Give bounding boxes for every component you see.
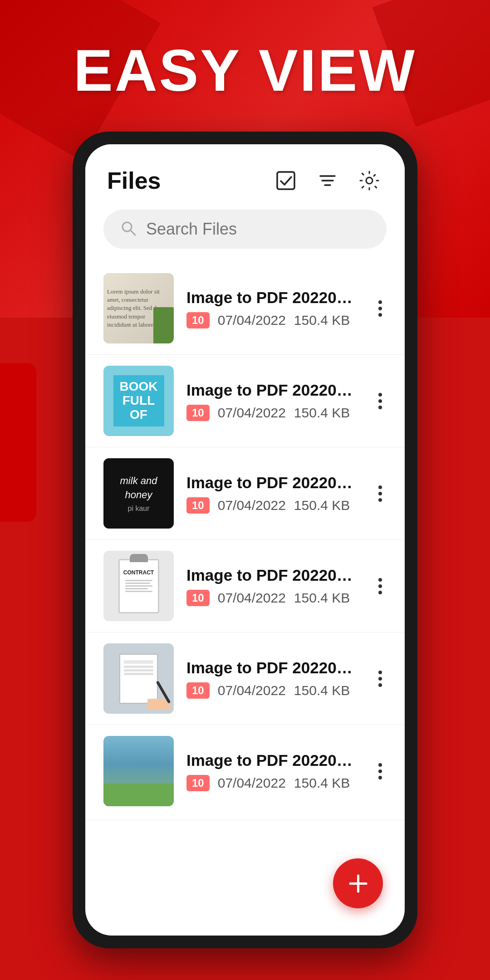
app-title: Files <box>107 167 272 194</box>
list-item[interactable]: Image to PDF 20220526 10... 10 07/04/202… <box>85 632 405 725</box>
more-dot <box>378 671 382 674</box>
list-item[interactable]: Image to PDF 20220526 10... 10 07/04/202… <box>85 725 405 820</box>
file-thumbnail: milk andhoney pi kaur <box>103 458 174 529</box>
more-dot <box>378 591 382 594</box>
file-size: 150.4 KB <box>294 683 350 698</box>
more-options-button[interactable] <box>374 296 387 321</box>
svg-rect-0 <box>277 172 294 189</box>
more-dot <box>378 776 382 779</box>
list-item[interactable]: CONTRACT Image to PDF 20220526 10 <box>85 540 405 632</box>
file-size: 150.4 KB <box>294 775 350 791</box>
more-options-button[interactable] <box>374 481 387 506</box>
more-options-button[interactable] <box>374 759 387 784</box>
settings-button[interactable] <box>356 167 383 194</box>
file-meta: 10 07/04/2022 150.4 KB <box>186 682 361 699</box>
more-dot <box>378 399 382 403</box>
file-info: Image to PDF 20220526 10... 10 07/04/202… <box>186 751 361 791</box>
file-size: 150.4 KB <box>294 313 350 328</box>
more-dot <box>378 498 382 502</box>
file-meta: 10 07/04/2022 150.4 KB <box>186 497 361 514</box>
file-info: Image to PDF 20220526 10... 10 07/04/202… <box>186 289 361 328</box>
file-name: Image to PDF 20220526 10... <box>186 751 361 769</box>
add-file-button[interactable] <box>333 858 383 908</box>
more-options-button[interactable] <box>374 388 387 414</box>
file-name: Image to PDF 20220526 10... <box>186 474 361 492</box>
file-info: Image to PDF 20220526 10... 10 07/04/202… <box>186 381 361 421</box>
more-dot <box>378 584 382 588</box>
file-meta: 10 07/04/2022 150.4 KB <box>186 405 361 421</box>
filter-button[interactable] <box>314 167 341 194</box>
more-dot <box>378 683 382 687</box>
file-size: 150.4 KB <box>294 590 350 606</box>
file-date: 07/04/2022 <box>218 498 286 513</box>
file-thumbnail <box>103 643 174 714</box>
file-meta: 10 07/04/2022 150.4 KB <box>186 775 361 791</box>
gear-icon <box>358 170 380 191</box>
page-count-badge: 10 <box>186 312 210 328</box>
file-thumbnail <box>103 736 174 806</box>
file-date: 07/04/2022 <box>218 590 286 606</box>
more-dot <box>378 393 382 397</box>
file-name: Image to PDF 20220526 10... <box>186 289 361 307</box>
checkbox-icon <box>275 170 297 191</box>
more-dot <box>378 307 382 310</box>
more-dot <box>378 313 382 317</box>
page-count-badge: 10 <box>186 405 210 421</box>
app-header: Files <box>85 144 405 205</box>
page-count-badge: 10 <box>186 590 210 606</box>
file-name: Image to PDF 20220526 10... <box>186 566 361 584</box>
file-thumbnail: BOOKFULLOF <box>103 366 174 436</box>
page-count-badge: 10 <box>186 497 210 514</box>
file-date: 07/04/2022 <box>218 683 286 698</box>
header-icons <box>272 167 383 194</box>
search-icon <box>120 220 137 239</box>
more-options-button[interactable] <box>374 666 387 691</box>
more-dot <box>378 485 382 489</box>
file-name: Image to PDF 20220526 10... <box>186 659 361 677</box>
more-dot <box>378 406 382 409</box>
more-dot <box>378 300 382 304</box>
search-input[interactable] <box>146 220 370 239</box>
svg-line-6 <box>131 230 136 235</box>
file-date: 07/04/2022 <box>218 405 286 421</box>
page-count-badge: 10 <box>186 775 210 791</box>
list-item[interactable]: Lorem ipsum dolor sit amet, consectetur … <box>85 262 405 355</box>
list-item[interactable]: milk andhoney pi kaur Image to PDF 20220… <box>85 447 405 540</box>
more-dot <box>378 578 382 582</box>
more-dot <box>378 769 382 773</box>
file-thumbnail: Lorem ipsum dolor sit amet, consectetur … <box>103 273 174 343</box>
file-info: Image to PDF 20220526 10... 10 07/04/202… <box>186 474 361 514</box>
file-info: Image to PDF 20220526 10... 10 07/04/202… <box>186 659 361 699</box>
red-accent-left <box>0 363 36 522</box>
page-count-badge: 10 <box>186 682 210 699</box>
list-item[interactable]: BOOKFULLOF Image to PDF 20220526 10... 1… <box>85 355 405 447</box>
more-dot <box>378 677 382 681</box>
phone-screen: Files <box>85 144 405 936</box>
file-date: 07/04/2022 <box>218 313 286 328</box>
hero-title: EASY VIEW <box>0 36 490 104</box>
file-size: 150.4 KB <box>294 405 350 421</box>
search-bar[interactable] <box>103 210 387 249</box>
svg-point-4 <box>366 177 372 184</box>
file-size: 150.4 KB <box>294 498 350 513</box>
more-options-button[interactable] <box>374 573 387 599</box>
filter-icon <box>317 170 338 191</box>
file-name: Image to PDF 20220526 10... <box>186 381 361 399</box>
phone-mockup: Files <box>73 132 417 948</box>
more-dot <box>378 492 382 495</box>
file-thumbnail: CONTRACT <box>103 551 174 621</box>
file-date: 07/04/2022 <box>218 775 286 791</box>
select-all-button[interactable] <box>272 167 299 194</box>
file-info: Image to PDF 20220526 10... 10 07/04/202… <box>186 566 361 606</box>
file-list: Lorem ipsum dolor sit amet, consectetur … <box>85 262 405 820</box>
file-meta: 10 07/04/2022 150.4 KB <box>186 590 361 606</box>
plus-icon <box>346 871 371 896</box>
more-dot <box>378 763 382 767</box>
file-meta: 10 07/04/2022 150.4 KB <box>186 312 361 328</box>
